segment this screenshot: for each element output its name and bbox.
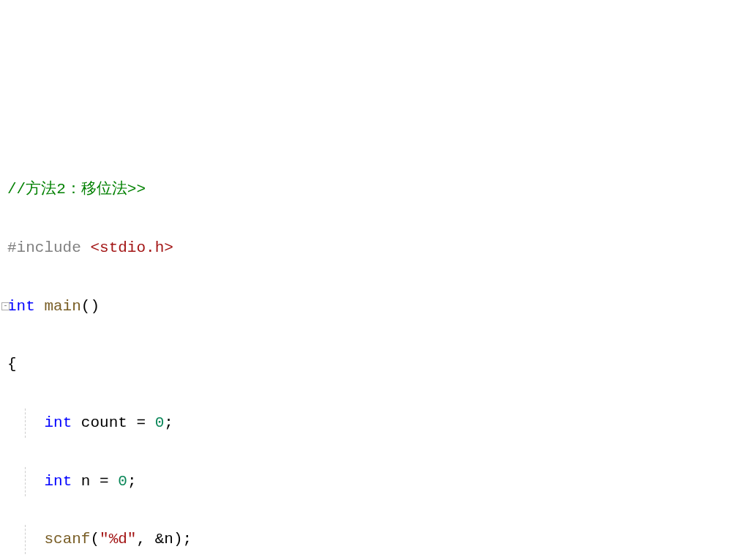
indent bbox=[7, 525, 44, 554]
code-line: scanf("%d", &n); bbox=[7, 525, 742, 554]
equals: = bbox=[100, 467, 109, 496]
indent bbox=[7, 467, 44, 496]
code-editor: //方法2：移位法>> #include <stdio.h> -int main… bbox=[0, 117, 742, 560]
paren: ( bbox=[90, 525, 100, 554]
semicolon: ; bbox=[127, 467, 137, 496]
comment-text: //方法2：移位法>> bbox=[7, 175, 146, 204]
include-literal: <stdio.h> bbox=[90, 234, 173, 263]
keyword: int bbox=[44, 467, 72, 496]
fold-marker-icon[interactable]: - bbox=[1, 302, 10, 310]
string-literal: "%d" bbox=[100, 525, 136, 554]
code-line: //方法2：移位法>> bbox=[7, 175, 742, 204]
keyword: int bbox=[44, 408, 72, 438]
space bbox=[146, 408, 155, 438]
semicolon: ; bbox=[182, 525, 192, 554]
equals: = bbox=[136, 408, 146, 438]
var: n bbox=[72, 467, 100, 496]
code-line: int n = 0; bbox=[7, 467, 742, 496]
args: , &n) bbox=[136, 525, 182, 554]
function-name: main bbox=[35, 292, 81, 321]
semicolon: ; bbox=[164, 408, 173, 438]
space bbox=[109, 467, 119, 496]
indent bbox=[7, 408, 44, 438]
preproc-directive: #include bbox=[7, 234, 90, 263]
code-line: { bbox=[7, 350, 742, 379]
paren: () bbox=[81, 292, 100, 321]
var: count bbox=[72, 408, 136, 438]
keyword: int bbox=[7, 292, 35, 321]
number-literal: 0 bbox=[118, 467, 127, 496]
code-line: int count = 0; bbox=[7, 408, 742, 438]
function-call: scanf bbox=[44, 525, 90, 554]
code-line: #include <stdio.h> bbox=[7, 234, 742, 263]
brace: { bbox=[7, 350, 17, 379]
number-literal: 0 bbox=[155, 408, 165, 438]
code-line: -int main() bbox=[7, 292, 742, 321]
